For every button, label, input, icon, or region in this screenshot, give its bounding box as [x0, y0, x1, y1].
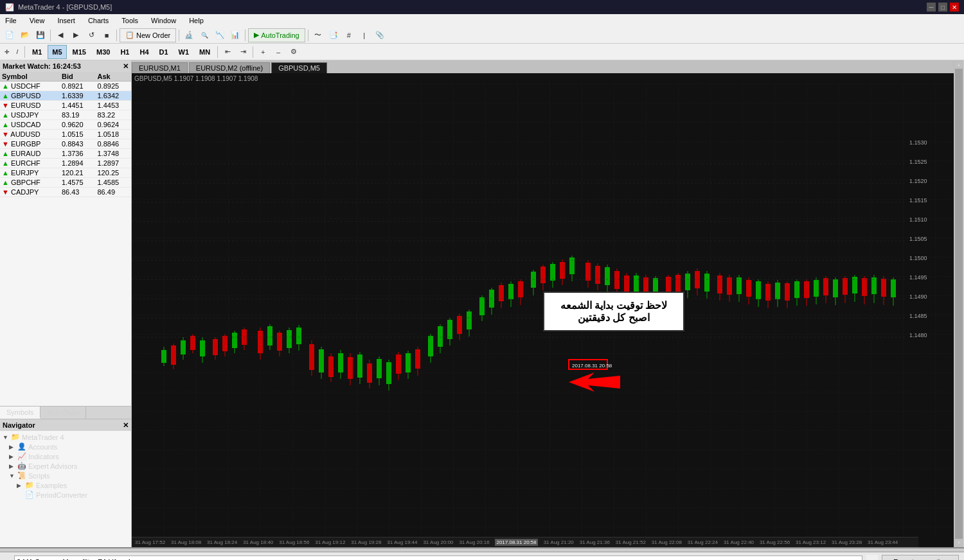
templates-btn[interactable]: 📑: [326, 28, 341, 42]
market-watch-close[interactable]: ✕: [123, 62, 129, 71]
market-watch-row[interactable]: ▲ USDCHF 0.8921 0.8925: [0, 82, 131, 91]
market-watch-row[interactable]: ▲ USDJPY 83.19 83.22: [0, 110, 131, 120]
period-d1[interactable]: D1: [155, 45, 173, 59]
market-watch-row[interactable]: ▲ GBPCHF 1.4575 1.4585: [0, 178, 131, 188]
attach-btn[interactable]: 📎: [373, 28, 387, 42]
refresh-btn[interactable]: ↺: [84, 28, 98, 42]
sep5: [308, 30, 308, 41]
chart-area: EURUSD,M1 EURUSD,M2 (offline) GBPUSD,M5 …: [132, 60, 954, 547]
market-watch-row[interactable]: ▲ USDCAD 0.9620 0.9624: [0, 120, 131, 130]
market-watch-row[interactable]: ▲ EURJPY 120.21 120.25: [0, 168, 131, 178]
market-watch-row[interactable]: ▲ EURAUD 1.3736 1.3748: [0, 149, 131, 159]
nav-item-metatrader4[interactable]: ▼ 📁 MetaTrader 4: [1, 432, 130, 442]
svg-rect-17: [232, 333, 237, 348]
period-sep-btn[interactable]: |: [357, 28, 371, 42]
forward-btn[interactable]: ▶: [69, 28, 83, 42]
svg-rect-91: [605, 267, 610, 285]
market-watch-row[interactable]: ▼ AUDUSD 1.0515 1.0518: [0, 130, 131, 139]
chart-shift-btn[interactable]: ⇤: [220, 45, 235, 59]
svg-rect-35: [328, 356, 334, 377]
nav-item-period-converter[interactable]: ▶ 📄 PeriodConverter: [1, 490, 130, 500]
menu-tools[interactable]: Tools: [119, 17, 141, 24]
properties-btn[interactable]: ⚙: [287, 45, 301, 59]
market-watch-row[interactable]: ▼ EURGBP 0.8843 0.8846: [0, 139, 131, 149]
save-btn[interactable]: 💾: [33, 28, 48, 42]
svg-rect-131: [804, 281, 809, 298]
menu-view[interactable]: View: [27, 17, 48, 24]
period-h4[interactable]: H4: [135, 45, 153, 59]
navigator-header: Navigator ✕: [0, 419, 131, 431]
menu-insert[interactable]: Insert: [55, 17, 78, 24]
svg-rect-113: [717, 276, 722, 293]
nav-item-scripts[interactable]: ▼ 📜 Scripts: [1, 471, 130, 480]
minimize-btn[interactable]: ─: [927, 3, 936, 12]
svg-rect-97: [634, 276, 639, 292]
scroll-down-btn[interactable]: ▼: [956, 540, 961, 546]
indicators-btn[interactable]: 〜: [311, 28, 325, 42]
market-watch-body: ▲ USDCHF 0.8921 0.8925 ▲ GBPUSD 1.6339 1…: [0, 82, 131, 197]
zoom-chart-out-btn[interactable]: –: [271, 45, 285, 59]
menu-file[interactable]: File: [3, 17, 19, 24]
nav-item-examples[interactable]: ▶ 📁 Examples: [1, 480, 130, 490]
svg-rect-57: [438, 326, 443, 347]
expand-icon-indicators: ▶: [9, 453, 15, 460]
zoom-out-btn[interactable]: 🔍: [197, 28, 211, 42]
menu-window[interactable]: Window: [148, 17, 179, 24]
mw-bid: 0.8921: [60, 82, 96, 91]
tab-tick-chart[interactable]: Tick Chart: [40, 407, 86, 419]
nav-item-ea[interactable]: ▶ 🤖 Expert Advisors: [1, 461, 130, 471]
sep3: [179, 30, 179, 41]
svg-rect-107: [685, 274, 690, 290]
nav-item-indicators[interactable]: ▶ 📈 Indicators: [1, 451, 130, 461]
menu-charts[interactable]: Charts: [85, 17, 111, 24]
chart-tab-gbpusd-m5[interactable]: GBPUSD,M5: [271, 62, 327, 73]
zoom-chart-btn[interactable]: +: [256, 45, 270, 59]
mw-bid: 0.9620: [60, 120, 96, 130]
chart-tab-eurusd-m1[interactable]: EURUSD,M1: [132, 62, 188, 73]
back-btn[interactable]: ◀: [53, 28, 67, 42]
svg-rect-43: [367, 363, 372, 383]
new-chart-btn[interactable]: 📄: [3, 28, 17, 42]
down-arrow: ▼: [2, 188, 9, 196]
market-watch: Market Watch: 16:24:53 ✕ Symbol Bid Ask …: [0, 60, 131, 406]
period-m15[interactable]: M15: [68, 45, 91, 59]
market-watch-row[interactable]: ▲ GBPUSD 1.6339 1.6342: [0, 91, 131, 101]
chart-autoscroll-btn[interactable]: ⇥: [236, 45, 250, 59]
line-btn[interactable]: /: [13, 46, 22, 58]
period-mn[interactable]: MN: [195, 45, 215, 59]
navigator-close[interactable]: ✕: [123, 421, 129, 430]
expert-properties-btn[interactable]: Expert properties: [882, 555, 959, 560]
market-watch-row[interactable]: ▼ CADJPY 86.43 86.49: [0, 188, 131, 197]
market-watch-row[interactable]: ▼ EURUSD 1.4451 1.4453: [0, 101, 131, 110]
new-order-button[interactable]: 📋 New Order: [120, 28, 176, 42]
scroll-up-btn[interactable]: ▲: [956, 62, 961, 67]
candle-chart-btn[interactable]: 📊: [228, 28, 242, 42]
crosshair-btn[interactable]: ✛: [3, 46, 12, 58]
maximize-btn[interactable]: □: [938, 3, 947, 12]
nav-item-accounts[interactable]: ▶ 👤 Accounts: [1, 442, 130, 451]
svg-rect-77: [540, 267, 546, 283]
period-m30[interactable]: M30: [92, 45, 114, 59]
title-text: MetaTrader 4 - [GBPUSD,M5]: [18, 3, 112, 11]
period-w1[interactable]: W1: [174, 45, 194, 59]
chart-tab-eurusd-m2[interactable]: EURUSD,M2 (offline): [189, 62, 270, 73]
ea-name-input[interactable]: [14, 556, 862, 560]
menu-help[interactable]: Help: [186, 17, 206, 24]
period-m1[interactable]: M1: [28, 45, 46, 59]
period-h1[interactable]: H1: [116, 45, 134, 59]
autotrading-button[interactable]: ▶ AutoTrading: [248, 28, 305, 42]
close-btn[interactable]: ✕: [950, 3, 959, 12]
open-btn[interactable]: 📂: [18, 28, 32, 42]
mw-symbol: ▲ GBPCHF: [0, 178, 60, 188]
period-m5[interactable]: M5: [48, 45, 66, 59]
grid-btn[interactable]: #: [342, 28, 356, 42]
market-watch-row[interactable]: ▲ EURCHF 1.2894 1.2897: [0, 159, 131, 168]
sep4: [245, 30, 245, 41]
line-chart-btn[interactable]: 📉: [213, 28, 227, 42]
stop-btn[interactable]: ■: [100, 28, 114, 42]
ea-dropdown-btn[interactable]: ▼: [866, 555, 878, 560]
window-controls[interactable]: ─ □ ✕: [927, 3, 959, 12]
accounts-icon: 👤: [17, 442, 26, 451]
zoom-in-btn[interactable]: 🔬: [182, 28, 196, 42]
tab-symbols[interactable]: Symbols: [0, 407, 40, 419]
